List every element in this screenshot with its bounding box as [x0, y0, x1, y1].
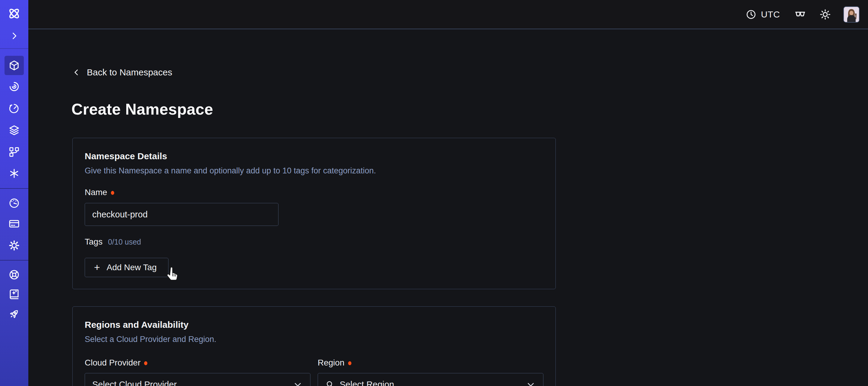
gauge-icon	[8, 197, 20, 209]
sidebar-item-support[interactable]	[4, 265, 24, 285]
region-placeholder: Select Region	[340, 380, 526, 386]
lifebuoy-icon	[8, 269, 20, 280]
region-form-grid: Cloud Provider Select Cloud Provider Reg…	[85, 358, 544, 386]
avatar-photo	[844, 7, 859, 22]
cloud-provider-select[interactable]: Select Cloud Provider	[85, 373, 310, 386]
required-dot	[111, 191, 114, 195]
card-subtitle: Give this Namespace a name and optionall…	[85, 166, 544, 176]
credit-card-icon	[8, 218, 20, 230]
spiral-icon	[8, 81, 20, 92]
book-sparkle-icon	[8, 289, 20, 300]
tags-label-row: Tags 0/10 used	[85, 237, 544, 247]
sidebar	[0, 0, 28, 386]
region-field: Region Select Region	[318, 358, 544, 386]
timezone-label: UTC	[761, 9, 780, 20]
chevron-down-icon	[526, 379, 536, 386]
cloud-provider-field: Cloud Provider Select Cloud Provider	[85, 358, 310, 386]
main-content: Back to Namespaces Create Namespace Name…	[28, 29, 868, 386]
sidebar-item-deployments[interactable]	[4, 121, 24, 140]
sidebar-divider	[0, 188, 28, 189]
sidebar-item-worker-deployments[interactable]	[4, 142, 24, 161]
add-new-tag-button[interactable]: + Add New Tag	[85, 258, 168, 277]
sidebar-expand-chevron-icon[interactable]	[4, 26, 24, 46]
add-new-tag-label: Add New Tag	[107, 263, 157, 272]
cloud-provider-placeholder: Select Cloud Provider	[92, 380, 293, 386]
sidebar-divider	[0, 260, 28, 261]
user-avatar[interactable]	[843, 6, 860, 23]
required-dot	[348, 361, 351, 365]
page-title: Create Namespace	[71, 100, 213, 118]
sidebar-item-namespaces[interactable]	[4, 56, 24, 75]
topbar-actions: UTC	[746, 0, 860, 29]
cloud-provider-label: Cloud Provider	[85, 358, 141, 367]
region-label: Region	[318, 358, 344, 367]
plus-icon: +	[94, 262, 100, 272]
sidebar-item-docs[interactable]	[4, 285, 24, 304]
search-icon	[325, 380, 335, 386]
theme-sun-icon[interactable]	[819, 8, 831, 21]
name-label: Name	[85, 187, 107, 197]
sidebar-item-billing[interactable]	[4, 214, 24, 233]
glasses-icon[interactable]	[794, 8, 807, 21]
sidebar-item-schedules[interactable]	[4, 99, 24, 118]
namespace-details-card: Namespace Details Give this Namespace a …	[72, 138, 556, 289]
gear-icon	[8, 240, 20, 251]
chevron-left-icon	[72, 67, 81, 77]
tags-usage-counter: 0/10 used	[108, 238, 141, 246]
sidebar-divider	[0, 48, 28, 49]
timezone-selector[interactable]: UTC	[746, 9, 780, 20]
rocket-icon	[8, 308, 20, 320]
sidebar-item-settings[interactable]	[4, 236, 24, 255]
card-title: Namespace Details	[85, 151, 544, 161]
branch-icon	[8, 146, 20, 158]
app-window: UTC	[0, 0, 868, 386]
name-label-row: Name	[85, 187, 544, 197]
topbar: UTC	[28, 0, 868, 29]
back-to-namespaces-link[interactable]: Back to Namespaces	[72, 67, 172, 78]
layers-icon	[8, 124, 20, 136]
regions-availability-card: Regions and Availability Select a Cloud …	[72, 306, 556, 386]
clock-icon	[746, 9, 756, 20]
sidebar-item-get-started[interactable]	[4, 304, 24, 324]
back-label: Back to Namespaces	[87, 67, 172, 78]
card-subtitle: Select a Cloud Provider and Region.	[85, 334, 544, 344]
sidebar-item-workflows[interactable]	[4, 77, 24, 96]
required-dot	[144, 361, 147, 365]
sidebar-item-usage[interactable]	[4, 193, 24, 213]
sidebar-item-nexus[interactable]	[4, 164, 24, 183]
asterisk-icon	[8, 168, 20, 179]
timer-icon	[8, 103, 20, 114]
region-select[interactable]: Select Region	[318, 373, 544, 386]
cube-icon	[8, 60, 20, 71]
tags-label: Tags	[85, 237, 102, 247]
namespace-name-input[interactable]	[85, 203, 278, 226]
card-title: Regions and Availability	[85, 319, 544, 330]
temporal-logo-icon[interactable]	[4, 4, 24, 23]
chevron-down-icon	[293, 379, 303, 386]
